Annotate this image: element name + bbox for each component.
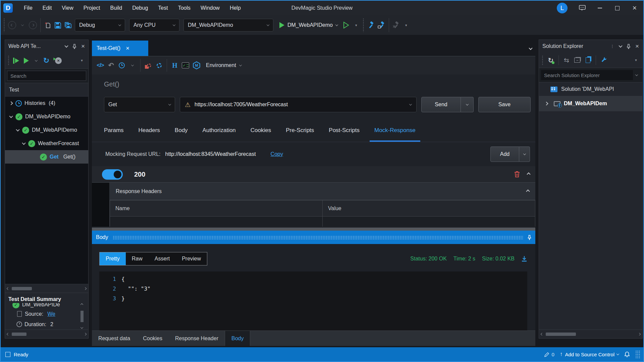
menu-project[interactable]: Project <box>78 1 105 15</box>
headers-horizontal-scrollbar[interactable] <box>92 228 535 231</box>
doc-tab-test-get[interactable]: Test-Get() × <box>92 41 148 56</box>
startup-project-combo[interactable]: DM_WebAPIDemo <box>183 19 273 32</box>
menu-window[interactable]: Window <box>196 1 225 15</box>
url-field[interactable]: ⚠ <box>180 97 417 112</box>
menu-debug[interactable]: Debug <box>127 1 153 15</box>
scroll-right-icon[interactable] <box>84 287 87 290</box>
tree-item-get-test[interactable]: ✓ Get Get() <box>5 150 88 164</box>
expander-icon[interactable] <box>22 141 25 145</box>
add-response-button[interactable]: Add <box>490 146 519 162</box>
project-node[interactable]: DM_WebAPIDem <box>539 96 642 111</box>
statusbar-resize-grip[interactable] <box>635 350 640 358</box>
toolbar-grip[interactable] <box>542 55 544 65</box>
scrollbar-thumb[interactable] <box>12 333 26 336</box>
solution-node[interactable]: Solution 'DM_WebAPI <box>539 82 642 96</box>
properties-wrench-icon[interactable] <box>599 54 609 66</box>
code-view-icon[interactable]: </> <box>95 59 105 71</box>
navigate-back-button[interactable] <box>7 19 17 31</box>
undo-icon[interactable]: ↶ <box>106 59 116 71</box>
maximize-button[interactable] <box>608 1 626 15</box>
bottom-tab-cookies[interactable]: Cookies <box>137 331 169 346</box>
se-toolbar-overflow[interactable]: ▾ <box>631 54 641 66</box>
tree-horizontal-scrollbar[interactable] <box>5 284 88 293</box>
new-item-icon[interactable] <box>43 19 53 31</box>
notifications-bell-icon[interactable] <box>624 351 630 357</box>
tree-item-controller[interactable]: ✓ WeatherForecast <box>5 137 88 150</box>
toolbar-grip[interactable] <box>3 18 5 32</box>
copy-link[interactable]: Copy <box>271 151 283 157</box>
toolbar-overflow[interactable]: ▾ <box>401 19 411 31</box>
tab-authorization[interactable]: Authorization <box>195 127 243 142</box>
tab-cookies[interactable]: Cookies <box>243 127 278 142</box>
settings-gear-icon[interactable] <box>154 59 164 71</box>
view-tab-preview[interactable]: Preview <box>176 252 207 265</box>
scroll-left-icon[interactable] <box>7 287 9 290</box>
expander-icon[interactable] <box>9 114 13 118</box>
solution-config-combo[interactable]: Debug <box>75 19 125 32</box>
close-button[interactable]: × <box>626 1 643 15</box>
tree-item-histories[interactable]: Histories (4) <box>5 97 88 110</box>
pin-icon[interactable] <box>72 44 76 49</box>
run-test-button[interactable] <box>21 55 31 67</box>
history-dropdown[interactable] <box>127 59 138 71</box>
column-value[interactable]: Value <box>323 200 535 216</box>
scrollbar-thumb[interactable] <box>12 287 32 290</box>
start-without-debug-button[interactable] <box>341 19 351 31</box>
search-options-icon[interactable] <box>635 73 638 76</box>
url-dropdown-icon[interactable] <box>409 103 412 105</box>
solution-horizontal-scrollbar[interactable] <box>539 329 642 338</box>
send-dropdown-button[interactable] <box>461 97 474 112</box>
pin-icon[interactable] <box>528 235 531 240</box>
scroll-left-icon[interactable] <box>541 333 543 335</box>
download-icon[interactable] <box>521 256 527 262</box>
mock-hexagon-icon[interactable]: M <box>191 59 202 71</box>
tree-item-project[interactable]: ✓ DM_WebAPIDemo <box>5 123 88 137</box>
cancel-build-icon[interactable] <box>391 19 401 31</box>
add-to-source-control-button[interactable]: ↑ Add to Source Control <box>560 351 619 358</box>
scrollbar-thumb[interactable] <box>546 333 576 336</box>
response-body-editor[interactable]: 123 { "": "3"} <box>99 272 527 330</box>
save-request-button[interactable]: Save <box>478 97 531 112</box>
bottom-tab-body[interactable]: Body <box>225 331 250 346</box>
doc-tab-close-icon[interactable]: × <box>126 45 129 52</box>
menu-tools[interactable]: Tools <box>173 1 196 15</box>
navigate-back-dropdown[interactable] <box>17 19 28 31</box>
history-clock-icon[interactable] <box>117 59 127 71</box>
tab-post-scripts[interactable]: Post-Scripts <box>321 127 367 142</box>
menu-test[interactable]: Test <box>153 1 173 15</box>
pending-edits[interactable]: 0 <box>544 352 554 357</box>
pin-icon[interactable] <box>627 44 631 49</box>
navigate-forward-button[interactable] <box>28 19 38 31</box>
debug-settings-icon[interactable] <box>143 59 153 71</box>
minimize-button[interactable] <box>591 1 608 15</box>
send-button[interactable]: Send <box>421 97 461 112</box>
drag-handle[interactable] <box>113 236 523 239</box>
platform-combo[interactable]: Any CPU <box>129 19 179 32</box>
test-search-input[interactable] <box>7 71 86 81</box>
run-dropdown[interactable] <box>31 55 41 67</box>
menu-build[interactable]: Build <box>105 1 127 15</box>
save-icon[interactable] <box>53 19 63 31</box>
scroll-left-icon[interactable] <box>7 333 9 335</box>
save-all-icon[interactable] <box>63 19 73 31</box>
menu-file[interactable]: File <box>19 1 38 15</box>
toolbar-grip[interactable] <box>8 55 10 66</box>
header-helper-icon[interactable]: H <box>170 59 180 71</box>
panel-menu-chevron-icon[interactable] <box>619 44 622 48</box>
scroll-right-icon[interactable] <box>638 333 641 335</box>
user-avatar[interactable]: L <box>557 3 568 13</box>
expander-icon[interactable] <box>9 101 13 105</box>
add-response-dropdown[interactable] <box>519 146 530 162</box>
source-link[interactable]: We <box>47 311 55 317</box>
delete-response-icon[interactable] <box>514 171 520 178</box>
expander-icon[interactable] <box>16 128 19 131</box>
scroll-right-icon[interactable] <box>84 333 87 335</box>
start-debug-button[interactable]: DM_WebAPIDemo <box>278 19 339 31</box>
panel-menu-chevron-icon[interactable] <box>64 44 68 48</box>
bottom-tab-request-data[interactable]: Request data <box>92 331 137 346</box>
tab-headers[interactable]: Headers <box>131 127 167 142</box>
view-tab-assert[interactable]: Assert <box>149 252 176 265</box>
bottom-tab-response-header[interactable]: Response Header <box>169 331 225 346</box>
tab-body[interactable]: Body <box>167 127 195 142</box>
summary-horizontal-scrollbar[interactable] <box>5 329 88 338</box>
